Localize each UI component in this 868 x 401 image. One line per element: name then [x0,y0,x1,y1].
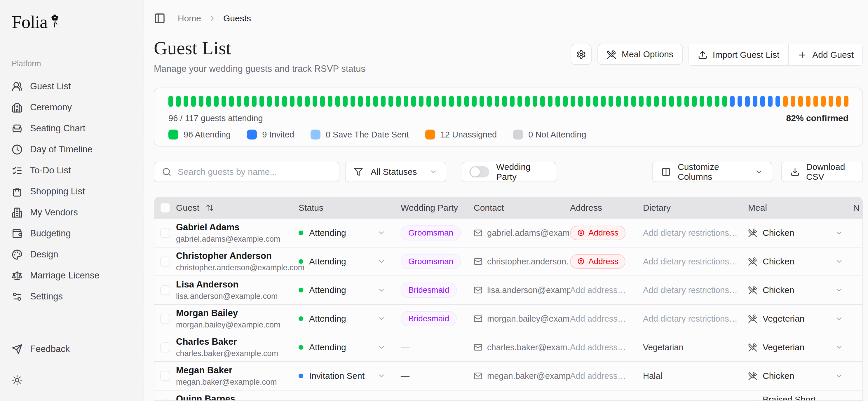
sidebar-item-to-do-list[interactable]: To-Do List [12,160,133,181]
settings-button[interactable] [570,44,592,65]
meal-label: Vegeterian [763,314,804,323]
sort-icon[interactable] [206,204,214,212]
chevron-down-icon [835,372,843,380]
meal-label: Chicken [763,371,794,381]
meal-select[interactable]: Chicken [748,256,853,267]
sidebar-item-design[interactable]: Design [12,244,133,265]
bar-segment-attending [578,96,583,107]
dietary-cell-text[interactable]: Add dietary restrictions… [643,285,738,295]
status-filter-value: All Statuses [371,167,417,177]
armchair-icon [12,123,23,134]
bar-segment-attending [191,96,196,107]
address-placeholder[interactable]: Add address… [570,400,626,401]
download-csv-button[interactable]: Download CSV [781,162,863,182]
row-checkbox[interactable] [160,228,170,238]
bar-segment-attending [555,96,560,107]
sidebar-item-marriage-license[interactable]: Marriage License [12,265,133,286]
sidebar-item-guest-list[interactable]: Guest List [12,76,133,97]
sidebar-item-shopping-list[interactable]: Shopping List [12,181,133,202]
users-icon [12,81,23,92]
bar-segment-attending [434,96,439,107]
theme-toggle[interactable] [12,369,133,391]
sidebar-item-settings[interactable]: Settings [12,286,133,307]
contact-email: megan.baker@examp… [487,371,570,381]
status-select[interactable]: Attending [299,228,401,238]
sidebar-toggle-icon[interactable] [154,12,165,24]
status-select[interactable]: Invitation Sent [299,400,401,401]
sidebar-item-my-vendors[interactable]: My Vendors [12,202,133,223]
row-checkbox[interactable] [160,314,170,323]
select-all-checkbox[interactable] [160,203,170,213]
sidebar-item-seating-chart[interactable]: Seating Chart [12,118,133,139]
dietary-cell-text[interactable]: Halal [643,371,662,380]
breadcrumb-home[interactable]: Home [178,13,201,23]
dietary-cell-text[interactable]: Add dietary restrictions… [643,314,738,323]
legend-label: 96 Attending [184,130,230,140]
sidebar-item-label: Design [30,249,58,260]
meal-select[interactable]: Vegeterian [748,342,853,352]
bar-segment-attending [647,96,651,107]
chevron-down-icon [835,257,843,266]
meal-select[interactable]: Braised Short Rib [748,395,853,401]
sidebar-item-label: Day of Timeline [30,144,93,155]
wedding-party-none: — [401,371,409,380]
wedding-party-switch-label: Wedding Party [496,162,549,182]
meal-label: Chicken [763,228,794,238]
wedding-party-badge: Bridesmaid [401,282,457,298]
status-select[interactable]: Attending [299,256,401,267]
col-guest[interactable]: Guest [176,203,199,213]
dietary-cell-text[interactable]: Add dietary restrictions… [643,228,738,238]
meal-select[interactable]: Chicken [748,371,853,381]
rsvp-progress-bar [168,96,848,107]
guest-email: megan.baker@example.com [176,378,299,387]
bar-segment-attending [540,96,545,107]
status-select[interactable]: Attending [299,342,401,352]
address-placeholder[interactable]: Add address… [570,314,626,323]
row-checkbox[interactable] [160,256,170,267]
sidebar-item-day-of-timeline[interactable]: Day of Timeline [12,139,133,160]
meal-options-button[interactable]: Meal Options [597,44,683,65]
mail-icon [474,372,483,380]
mail-icon [474,314,483,323]
row-checkbox[interactable] [160,400,170,401]
status-filter-select[interactable]: All Statuses [345,162,446,182]
dietary-cell-text[interactable]: Vegetarian [643,343,684,352]
contact-cell: lisa.anderson@examp… [474,285,570,295]
mail-icon [474,286,483,295]
add-guest-button[interactable]: Add Guest [788,44,863,65]
customize-columns-button[interactable]: Customize Columns [652,162,772,182]
bar-segment-attending [639,96,644,107]
col-status: Status [299,203,401,213]
logo[interactable]: Folia [12,12,133,32]
bar-segment-attending [495,96,499,107]
address-badge[interactable]: Address [570,254,625,269]
sidebar-item-budgeting[interactable]: Budgeting [12,223,133,244]
dietary-cell-text[interactable]: Add dietary restrictions… [643,400,738,401]
row-checkbox[interactable] [160,371,170,381]
search-input[interactable]: Search guests by name... [154,162,339,182]
dietary-cell-text[interactable]: Add dietary restrictions… [643,257,738,266]
status-dot [299,374,303,378]
status-select[interactable]: Invitation Sent [299,371,401,381]
status-select[interactable]: Attending [299,285,401,295]
meal-select[interactable]: Chicken [748,285,853,295]
search-placeholder: Search guests by name... [178,167,277,177]
row-checkbox[interactable] [160,285,170,295]
legend-label: 9 Invited [262,130,294,140]
contact-cell: megan.baker@examp… [474,371,570,381]
address-badge[interactable]: Address [570,225,625,240]
wedding-party-switch[interactable] [469,166,489,178]
meal-select[interactable]: Chicken [748,228,853,238]
meal-select[interactable]: Vegeterian [748,314,853,323]
row-checkbox[interactable] [160,342,170,352]
address-placeholder[interactable]: Add address… [570,343,626,352]
import-guest-list-button[interactable]: Import Guest List [689,44,788,65]
bar-segment-attending [570,96,575,107]
address-placeholder[interactable]: Add address… [570,285,626,295]
sidebar-item-label: Marriage License [30,270,99,281]
status-select[interactable]: Attending [299,314,401,323]
sidebar-item-ceremony[interactable]: Ceremony [12,97,133,118]
address-placeholder[interactable]: Add address… [570,371,626,380]
feedback-button[interactable]: Feedback [12,339,133,360]
contact-email: morgan.bailey@exam… [487,314,570,323]
